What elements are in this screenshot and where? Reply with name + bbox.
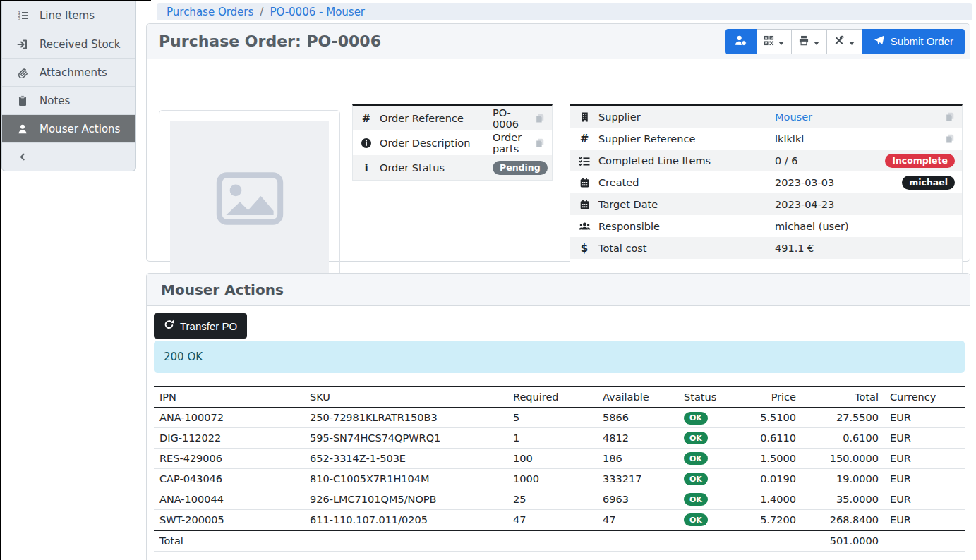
print-menu-button[interactable] xyxy=(792,29,827,54)
supplier-details-table: Supplier Mouser # Supplier Reference lkl… xyxy=(570,104,963,275)
col-required: Required xyxy=(507,387,597,408)
ok-badge: OK xyxy=(684,412,708,425)
sidebar-item-line-items[interactable]: 123 Line Items xyxy=(2,1,135,30)
user-shield-button[interactable] xyxy=(725,29,757,54)
sidebar-item-notes[interactable]: Notes xyxy=(2,86,135,114)
status-badge: Pending xyxy=(493,161,548,175)
ok-badge: OK xyxy=(684,473,708,485)
ok-badge: OK xyxy=(684,513,708,526)
order-toolbar: Submit Order xyxy=(725,29,965,54)
user-icon xyxy=(16,123,29,135)
sidebar-collapse-button[interactable] xyxy=(2,142,135,171)
sidebar-item-attachments[interactable]: Attachments xyxy=(2,58,135,86)
purchase-order-page: 123 Line Items Received Stock Attachment… xyxy=(0,0,976,560)
sidebar-item-label: Line Items xyxy=(40,9,95,22)
ok-badge: OK xyxy=(684,432,708,444)
mouser-actions-title: Mouser Actions xyxy=(161,281,284,298)
submit-order-button[interactable]: Submit Order xyxy=(862,29,965,54)
mouser-actions-panel: Mouser Actions Transfer PO 200 OK I xyxy=(146,273,970,560)
order-image[interactable] xyxy=(159,110,340,286)
detail-row-order-status: i Order Status Pending xyxy=(353,155,552,180)
list-check-icon xyxy=(570,155,598,166)
breadcrumb-link-purchase-orders[interactable]: Purchase Orders xyxy=(167,6,253,18)
sidebar-item-label: Notes xyxy=(40,95,70,107)
sidebar-item-label: Mouser Actions xyxy=(40,123,120,135)
purchase-order-panel-header: Purchase Order: PO-0006 xyxy=(147,24,970,59)
footer-total-label: Total xyxy=(154,530,304,552)
table-row: SWT-200005 611-110.107.011/0205 47 47 OK… xyxy=(154,510,965,530)
sidebar-item-label: Received Stock xyxy=(40,38,121,51)
mouser-actions-panel-header: Mouser Actions xyxy=(147,274,970,306)
user-shield-icon xyxy=(734,35,747,49)
building-icon xyxy=(570,111,598,123)
detail-row-order-reference: # Order Reference PO-0006 xyxy=(353,106,552,130)
table-footer-row: Total 501.0000 xyxy=(154,530,965,552)
table-header-row: IPN SKU Required Available Status Price … xyxy=(154,387,965,408)
order-actions-menu-button[interactable] xyxy=(827,29,862,54)
image-placeholder-icon xyxy=(170,121,329,275)
transfer-po-button[interactable]: Transfer PO xyxy=(154,313,247,339)
page-title: Purchase Order: PO-0006 xyxy=(159,32,381,50)
table-row: ANA-100072 250-72981KLRATR150B3 5 5866 O… xyxy=(154,408,965,428)
response-alert-text: 200 OK xyxy=(164,351,203,363)
table-row: DIG-112022 595-SN74HCS74QPWRQ1 1 4812 OK… xyxy=(154,428,965,449)
caret-down-icon xyxy=(814,35,819,47)
calendar-icon xyxy=(570,177,598,188)
incomplete-badge: Incomplete xyxy=(885,154,955,168)
sign-in-icon xyxy=(16,39,29,50)
dollar-icon: $ xyxy=(570,242,598,255)
response-alert: 200 OK xyxy=(154,341,965,373)
ok-badge: OK xyxy=(684,452,708,465)
detail-row-supplier-reference: # Supplier Reference lklklkl xyxy=(570,128,962,150)
caret-down-icon xyxy=(778,35,784,47)
transfer-po-label: Transfer PO xyxy=(180,320,237,332)
svg-text:3: 3 xyxy=(18,16,20,20)
col-currency: Currency xyxy=(884,387,965,408)
detail-row-empty xyxy=(570,259,962,274)
purchase-order-panel: Purchase Order: PO-0006 xyxy=(146,23,970,262)
info-circle-icon xyxy=(353,138,380,149)
sidebar-item-label: Attachments xyxy=(40,66,107,79)
table-row: CAP-043046 810-C1005X7R1H104M 1000 33321… xyxy=(154,469,965,489)
caret-down-icon xyxy=(849,35,855,47)
list-ol-icon: 123 xyxy=(16,10,29,21)
paperclip-icon xyxy=(16,67,29,78)
info-icon: i xyxy=(353,162,380,174)
supplier-link[interactable]: Mouser xyxy=(775,111,812,123)
qrcode-icon xyxy=(764,35,774,48)
breadcrumb-separator: / xyxy=(260,6,263,18)
printer-icon xyxy=(798,35,809,48)
col-available: Available xyxy=(597,387,678,408)
sidebar-item-mouser-actions[interactable]: Mouser Actions xyxy=(2,114,135,142)
chevron-left-icon xyxy=(16,152,29,163)
hash-icon: # xyxy=(353,112,380,125)
detail-row-created: Created 2023-03-03 michael xyxy=(570,171,962,193)
breadcrumb: Purchase Orders / PO-0006 - Mouser xyxy=(157,3,972,20)
detail-row-completed-line-items: Completed Line Items 0 / 6 Incomplete xyxy=(570,150,962,171)
breadcrumb-link-po-0006[interactable]: PO-0006 - Mouser xyxy=(270,6,365,18)
footer-total-value: 501.0000 xyxy=(802,530,884,552)
copy-icon[interactable] xyxy=(535,138,545,148)
paper-plane-icon xyxy=(874,35,885,48)
copy-icon[interactable] xyxy=(945,111,955,122)
hash-icon: # xyxy=(570,133,598,145)
submit-order-label: Submit Order xyxy=(891,35,953,47)
sidebar-item-received-stock[interactable]: Received Stock xyxy=(2,30,135,58)
barcode-menu-button[interactable] xyxy=(757,29,792,54)
detail-row-responsible: Responsible michael (user) xyxy=(570,215,962,237)
user-badge: michael xyxy=(902,176,955,190)
detail-row-target-date: Target Date 2023-04-23 xyxy=(570,193,962,215)
line-items-table: IPN SKU Required Available Status Price … xyxy=(154,386,965,552)
copy-icon[interactable] xyxy=(535,113,545,123)
clipboard-icon xyxy=(16,95,29,106)
col-total: Total xyxy=(802,387,884,408)
users-icon xyxy=(570,221,598,232)
ok-badge: OK xyxy=(684,493,708,506)
detail-row-order-description: Order Description Order parts xyxy=(353,130,552,155)
refresh-icon xyxy=(164,319,174,332)
order-details-table: # Order Reference PO-0006 Order Descript… xyxy=(352,104,553,181)
copy-icon[interactable] xyxy=(945,133,955,144)
col-status: Status xyxy=(678,387,742,408)
col-price: Price xyxy=(742,387,802,408)
calendar-icon xyxy=(570,199,598,210)
